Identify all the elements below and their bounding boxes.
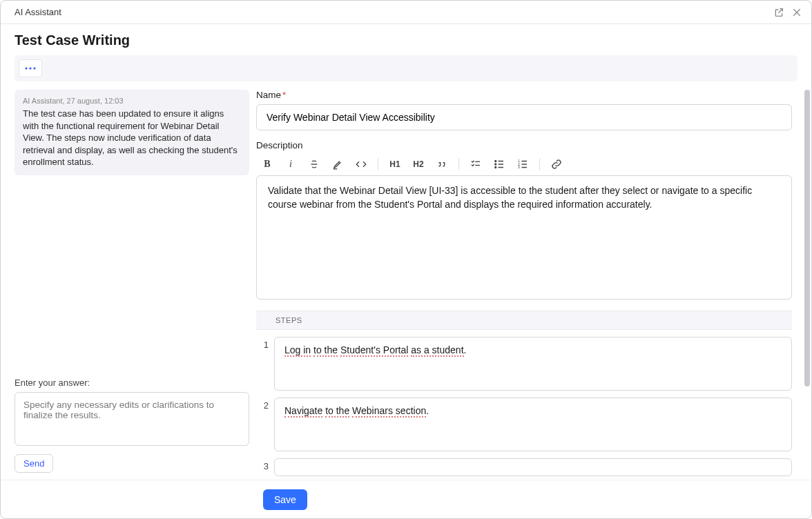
send-button[interactable]: Send <box>14 454 53 473</box>
name-label: Name* <box>256 90 792 100</box>
step-number: 1 <box>256 337 269 350</box>
scrollbar-thumb[interactable] <box>804 90 810 386</box>
richtext-toolbar: B i H1 H <box>256 155 792 175</box>
description-input[interactable]: Validate that the Webinar Detail View [U… <box>256 175 792 300</box>
step-number: 3 <box>256 458 269 471</box>
scrollbar[interactable] <box>803 90 810 468</box>
h1-icon[interactable]: H1 <box>388 157 402 171</box>
close-icon[interactable] <box>791 6 803 19</box>
spellcheck-word: to the <box>313 344 338 357</box>
svg-point-1 <box>29 67 31 69</box>
bullet-list-icon[interactable] <box>492 157 506 171</box>
description-label: Description <box>256 140 792 150</box>
spellcheck-word: as a student <box>411 344 463 357</box>
step-input[interactable]: Navigate to the Webinars section. <box>274 398 792 451</box>
numbered-list-icon[interactable]: 123 <box>516 157 530 171</box>
code-icon[interactable] <box>354 157 368 171</box>
more-menu-button[interactable] <box>19 59 42 77</box>
answer-label: Enter your answer: <box>14 378 249 388</box>
svg-point-4 <box>495 164 496 165</box>
svg-point-5 <box>495 167 496 168</box>
svg-point-3 <box>495 161 496 162</box>
svg-point-2 <box>33 67 35 69</box>
highlight-icon[interactable] <box>331 157 345 171</box>
step-number: 2 <box>256 398 269 411</box>
titlebar: AI Assistant <box>1 1 811 24</box>
spellcheck-word: Webinars section <box>352 405 426 418</box>
svg-text:3: 3 <box>518 166 520 169</box>
popout-icon[interactable] <box>773 6 785 19</box>
chat-panel: AI Assistant, 27 august, 12:03 The test … <box>14 90 256 480</box>
steps-header-label: STEPS <box>276 316 302 324</box>
bold-icon[interactable]: B <box>260 157 274 171</box>
spellcheck-word: Student's Portal <box>340 344 408 357</box>
italic-icon[interactable]: i <box>284 157 298 171</box>
svg-point-0 <box>25 67 27 69</box>
step-row: 2Navigate to the Webinars section. <box>256 398 792 451</box>
spellcheck-word: to the <box>325 405 349 418</box>
save-button[interactable]: Save <box>263 489 307 510</box>
step-row: 3 <box>256 458 792 476</box>
step-row: 1Log in to the Student's Portal as a stu… <box>256 337 792 391</box>
spellcheck-word: Log in <box>284 344 311 357</box>
form-panel: Name* Description B i <box>256 90 803 480</box>
link-icon[interactable] <box>550 157 563 171</box>
step-input[interactable]: Log in to the Student's Portal as a stud… <box>274 337 792 391</box>
assistant-message-body: The test case has been updated to ensure… <box>23 108 241 168</box>
quote-icon[interactable] <box>435 157 449 171</box>
step-input[interactable] <box>274 458 792 476</box>
assistant-message-meta: AI Assistant, 27 august, 12:03 <box>23 97 241 105</box>
required-marker: * <box>282 90 286 100</box>
steps-header: STEPS <box>256 311 792 330</box>
checklist-icon[interactable] <box>469 157 483 171</box>
app-title: AI Assistant <box>14 7 61 17</box>
assistant-message: AI Assistant, 27 august, 12:03 The test … <box>14 90 249 175</box>
strikethrough-icon[interactable] <box>307 157 321 171</box>
name-input[interactable] <box>256 104 792 130</box>
h2-icon[interactable]: H2 <box>412 157 425 171</box>
footer: Save <box>1 480 811 518</box>
page-title: Test Case Writing <box>1 24 811 55</box>
answer-input[interactable] <box>14 392 249 446</box>
spellcheck-word: Navigate <box>284 405 322 418</box>
context-bar <box>14 55 798 81</box>
